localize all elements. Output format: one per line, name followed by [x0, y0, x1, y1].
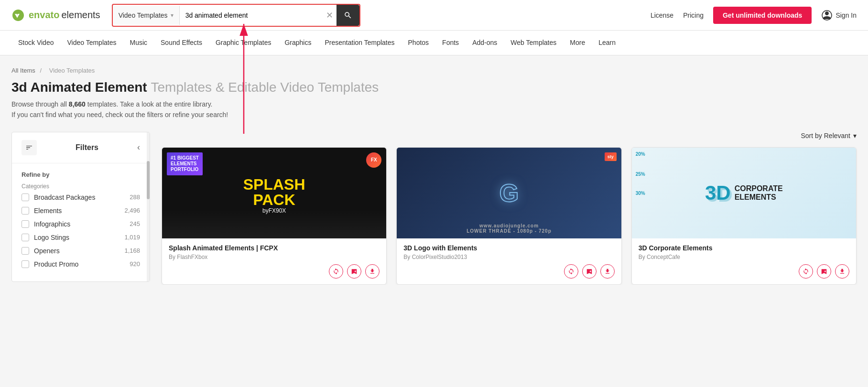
nav-item-music[interactable]: Music: [123, 31, 154, 55]
nav-item-fonts[interactable]: Fonts: [435, 31, 466, 55]
sign-in-label: Sign In: [835, 11, 857, 19]
bookmark-plus-icon-2: [586, 268, 593, 275]
corp-label-corporate: CORPORATE: [735, 184, 783, 193]
sidebar-collapse-button[interactable]: ‹: [137, 142, 140, 152]
filter-checkbox-infographics[interactable]: [22, 220, 29, 228]
nav-item-learn[interactable]: Learn: [592, 31, 622, 55]
filter-left: Broadcast Packages: [22, 194, 95, 201]
card-actions-splash: [169, 264, 380, 279]
search-input[interactable]: [180, 6, 322, 25]
card-bookmark-button-corporate[interactable]: [817, 264, 831, 279]
nav-item-add-ons[interactable]: Add-ons: [466, 31, 504, 55]
categories-label: Categories: [22, 183, 140, 190]
nav-item-stock-video[interactable]: Stock Video: [11, 31, 60, 55]
search-clear-icon[interactable]: ✕: [322, 6, 337, 25]
nav-item-video-templates[interactable]: Video Templates: [60, 31, 123, 55]
card-body-corporate: 3D Corporate Elements By ConceptCafe: [632, 238, 856, 284]
filter-name-infographics[interactable]: Infographics: [34, 220, 70, 228]
card-thumbnail-3d-logo[interactable]: sty G www.audiojungle.comLOWER THRADE - …: [397, 148, 621, 238]
card-thumbnail-corporate[interactable]: 3D CORPORATE ELEMENTS 20% 25% 30%: [632, 148, 856, 238]
splash-logo-badge: FX: [366, 152, 381, 168]
chevron-down-icon: ▾: [171, 12, 174, 19]
refine-label: Refine by: [22, 171, 140, 178]
filters-icon[interactable]: [22, 140, 37, 155]
filters-title: Filters: [76, 143, 98, 152]
logo-text-envato: envato: [29, 10, 59, 21]
page-desc-1: Browse through all: [11, 100, 69, 108]
pricing-link[interactable]: Pricing: [683, 11, 704, 19]
sign-in-button[interactable]: Sign In: [821, 10, 857, 21]
nav-item-graphics[interactable]: Graphics: [278, 31, 318, 55]
sort-bar: Sort by Relevant ▾: [162, 132, 857, 140]
card-3d-corporate: 3D CORPORATE ELEMENTS 20% 25% 30% 3D Cor…: [631, 147, 857, 285]
nav-item-web-templates[interactable]: Web Templates: [504, 31, 563, 55]
search-button[interactable]: [336, 5, 359, 26]
bookmark-plus-icon-3: [821, 268, 827, 275]
corp-label-elements: ELEMENTS: [735, 193, 783, 202]
filter-lines-icon: [25, 144, 33, 151]
filter-name-logo-stings[interactable]: Logo Stings: [34, 234, 69, 241]
card-actions-3d-logo: [403, 264, 614, 279]
download-icon: [369, 268, 376, 275]
card-body-3d-logo: 3D Logo with Elements By ColorPixelStudi…: [397, 238, 621, 284]
splash-main-text: SPLASHPACK: [243, 177, 305, 207]
filter-name-openers[interactable]: Openers: [34, 247, 60, 255]
nav-item-photos[interactable]: Photos: [401, 31, 436, 55]
get-unlimited-button[interactable]: Get unlimited downloads: [713, 7, 812, 24]
filter-checkbox-logo-stings[interactable]: [22, 234, 29, 241]
logo[interactable]: envatoelements: [11, 9, 100, 22]
filter-item-elements: Elements 2,496: [22, 207, 140, 215]
card-download-button-corporate[interactable]: [835, 264, 849, 279]
card-download-button-splash[interactable]: [365, 264, 380, 279]
breadcrumb-all-items[interactable]: All Items: [11, 67, 35, 74]
envato-logo-icon: [11, 9, 25, 22]
card-body-splash: Splash Animated Elements | FCPX By Flash…: [162, 238, 386, 284]
sort-select[interactable]: Sort by Relevant ▾: [801, 132, 857, 140]
filter-checkbox-elements[interactable]: [22, 207, 29, 215]
card-bookmark-button-3d-logo[interactable]: [582, 264, 597, 279]
card-preview-button-splash[interactable]: [329, 264, 343, 279]
breadcrumb-current: Video Templates: [49, 67, 95, 74]
filter-count-openers: 1,168: [124, 247, 140, 254]
card-preview-button-3d-logo[interactable]: [564, 264, 578, 279]
card-thumbnail-splash[interactable]: #1 BIGGESTELEMENTSPORTFOLIO SPLASHPACK b…: [162, 148, 386, 238]
page-desc-3: If you can't find what you need, check o…: [11, 111, 228, 118]
header: envatoelements Video Templates ▾ ✕ Licen…: [0, 0, 868, 31]
content-area: Sort by Relevant ▾ #1 BIGGESTELEMENTSPOR…: [162, 132, 857, 285]
filter-item-broadcast: Broadcast Packages 288: [22, 194, 140, 201]
card-bookmark-button-splash[interactable]: [347, 264, 361, 279]
card-author-splash: By FlashFXbox: [169, 254, 380, 260]
search-category-label: Video Templates: [119, 11, 168, 19]
search-icon: [344, 11, 352, 20]
filter-checkbox-broadcast[interactable]: [22, 194, 29, 201]
filter-count-logo-stings: 1,019: [124, 234, 140, 241]
filter-item-logo-stings: Logo Stings 1,019: [22, 234, 140, 241]
page-description: Browse through all 8,660 templates. Take…: [11, 99, 857, 120]
filter-checkbox-openers[interactable]: [22, 247, 29, 255]
license-link[interactable]: License: [651, 11, 673, 19]
search-bar: Video Templates ▾ ✕: [112, 4, 360, 27]
filter-name-product-promo[interactable]: Product Promo: [34, 260, 78, 268]
card-download-button-3d-logo[interactable]: [600, 264, 615, 279]
nav-item-presentation-templates[interactable]: Presentation Templates: [318, 31, 401, 55]
splash-sub-text: byFX90X: [262, 207, 286, 214]
nav-item-sound-effects[interactable]: Sound Effects: [154, 31, 209, 55]
cards-grid: #1 BIGGESTELEMENTSPORTFOLIO SPLASHPACK b…: [162, 147, 857, 285]
card-preview-button-corporate[interactable]: [799, 264, 813, 279]
page-title-main: 3d Animated Element: [11, 80, 147, 95]
sty-badge: sty: [605, 152, 617, 161]
filter-left-elements: Elements: [22, 207, 62, 215]
lower-third-text: www.audiojungle.comLOWER THRADE - 1080p …: [397, 223, 621, 234]
scrollbar-thumb[interactable]: [147, 161, 150, 199]
card-3d-logo: sty G www.audiojungle.comLOWER THRADE - …: [396, 147, 621, 285]
filter-item-product-promo: Product Promo 920: [22, 260, 140, 268]
nav-item-more[interactable]: More: [563, 31, 592, 55]
filter-name-elements[interactable]: Elements: [34, 207, 62, 215]
filter-name-broadcast[interactable]: Broadcast Packages: [34, 194, 95, 201]
filter-checkbox-product-promo[interactable]: [22, 260, 29, 268]
main-nav: Stock Video Video Templates Music Sound …: [0, 31, 868, 55]
nav-item-graphic-templates[interactable]: Graphic Templates: [209, 31, 278, 55]
search-category-dropdown[interactable]: Video Templates ▾: [113, 6, 180, 25]
filter-count-elements: 2,496: [124, 207, 140, 214]
splash-badge: #1 BIGGESTELEMENTSPORTFOLIO: [167, 152, 203, 175]
